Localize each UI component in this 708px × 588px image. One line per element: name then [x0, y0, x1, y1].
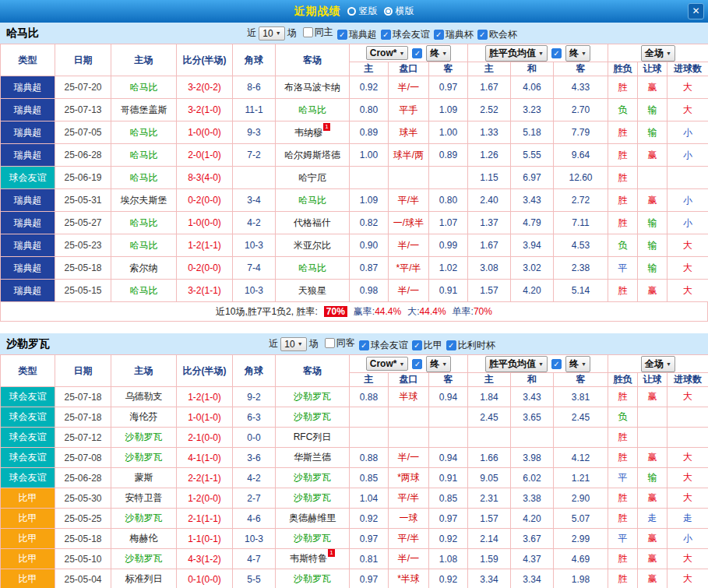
- league-cell: 瑞典超: [1, 121, 55, 144]
- team-cell[interactable]: 沙勒罗瓦: [111, 549, 177, 569]
- mean-odds-cell: 1.37: [468, 212, 511, 234]
- team-cell[interactable]: 哈尔姆斯塔德: [276, 144, 350, 167]
- filter-checkbox-club-friendly[interactable]: ✓球会友谊: [381, 28, 430, 41]
- team-cell[interactable]: 安特卫普: [111, 488, 177, 509]
- result-cell: 大: [667, 488, 708, 509]
- team-cell[interactable]: 哈马比: [111, 212, 177, 234]
- close-button[interactable]: ✕: [688, 3, 704, 19]
- team-cell[interactable]: 哈马比: [111, 76, 177, 99]
- team-cell[interactable]: 蒙斯: [111, 468, 177, 488]
- team-cell[interactable]: 哈马比: [276, 257, 350, 280]
- result-cell: 大: [667, 257, 708, 280]
- team-cell[interactable]: 哈马比: [111, 234, 177, 257]
- unit-label: 场: [309, 337, 319, 350]
- team-cell[interactable]: 沙勒罗瓦: [276, 529, 350, 549]
- team-cell[interactable]: 埃尔夫斯堡: [111, 189, 177, 212]
- team-cell[interactable]: 韦斯特鲁1: [276, 549, 350, 569]
- team-cell[interactable]: 沙勒罗瓦: [276, 468, 350, 488]
- team-cell[interactable]: 沙勒罗瓦: [276, 387, 350, 407]
- team-cell[interactable]: 标准列日: [111, 569, 177, 588]
- win-rate-badge: 70%: [324, 306, 347, 317]
- final-odds-select[interactable]: 终▼: [426, 45, 451, 62]
- corner-cell: 4-2: [233, 468, 276, 488]
- team-cell[interactable]: 布洛马波卡纳: [276, 76, 350, 99]
- mean-odds-select[interactable]: 胜平负均值▼: [485, 45, 548, 62]
- match-count-select[interactable]: 10▼: [259, 26, 284, 40]
- team-cell[interactable]: 沙勒罗瓦: [276, 407, 350, 428]
- result-cell: 小: [667, 144, 708, 167]
- match-row: 瑞典超25-05-27哈马比1-0(0-0)4-2代格福什0.82一/球半1.0…: [1, 212, 708, 234]
- fulltime-select[interactable]: 全场▼: [641, 45, 675, 62]
- team-cell[interactable]: 哥德堡盖斯: [111, 99, 177, 121]
- team-cell[interactable]: 梅赫伦: [111, 529, 177, 549]
- team-cell[interactable]: 天狼星: [276, 280, 350, 302]
- team-cell[interactable]: 哈马比: [276, 99, 350, 121]
- fulltime-select[interactable]: 全场▼: [641, 356, 675, 372]
- result-cell: 赢: [638, 569, 667, 588]
- team-cell[interactable]: 沙勒罗瓦: [276, 569, 350, 588]
- layout-radio-vertical[interactable]: 竖版: [347, 5, 378, 18]
- mean-final-select[interactable]: 终▼: [565, 356, 590, 372]
- odds-cell: 0.90: [350, 234, 389, 257]
- panel-header: 沙勒罗瓦 近 10▼ 场 同客✓球会友谊✓比甲✓比利时杯: [0, 333, 708, 354]
- result-cell: 大: [667, 76, 708, 99]
- result-cell: 输: [638, 121, 667, 144]
- team-cell[interactable]: 代格福什: [276, 212, 350, 234]
- mean-final-checkbox[interactable]: ✓: [551, 48, 562, 58]
- filter-checkbox-club-friendly[interactable]: ✓球会友谊: [359, 339, 408, 352]
- panel-charleroi: 沙勒罗瓦 近 10▼ 场 同客✓球会友谊✓比甲✓比利时杯 类型 日期 主场 比分…: [0, 333, 708, 588]
- final-odds-select[interactable]: 终▼: [426, 356, 451, 372]
- filter-checkbox-same-home[interactable]: 同主: [303, 26, 333, 39]
- team-cell[interactable]: 米亚尔比: [276, 234, 350, 257]
- team-cell[interactable]: 哈马比: [111, 144, 177, 167]
- team-cell[interactable]: 沙勒罗瓦: [276, 488, 350, 509]
- col-corner: 角球: [233, 355, 276, 387]
- team-cell[interactable]: 奥德赫维里: [276, 509, 350, 529]
- team-cell[interactable]: 华斯兰德: [276, 448, 350, 468]
- bookmaker-select[interactable]: Crow*▼: [366, 357, 409, 371]
- match-count-select[interactable]: 10▼: [280, 337, 306, 351]
- match-row: 瑞典超25-05-18索尔纳0-2(0-0)7-4哈马比0.87*平/半1.02…: [1, 257, 708, 280]
- filter-checkbox-swedish-allsvenskan[interactable]: ✓瑞典超: [337, 28, 377, 41]
- filter-checkbox-conference-league[interactable]: ✓欧会杯: [477, 28, 517, 41]
- filter-checkbox-belgian-pro-league[interactable]: ✓比甲: [412, 339, 442, 352]
- layout-radio-horizontal[interactable]: 横版: [384, 5, 414, 18]
- mean-final-select[interactable]: 终▼: [565, 45, 590, 62]
- team-cell[interactable]: 乌德勒支: [111, 387, 177, 407]
- team-cell[interactable]: 沙勒罗瓦: [111, 448, 177, 468]
- filter-checkbox-belgian-cup[interactable]: ✓比利时杯: [446, 339, 495, 352]
- odds-final-checkbox[interactable]: ✓: [412, 359, 422, 369]
- team-cell[interactable]: RFC列日: [276, 428, 350, 448]
- team-cell[interactable]: 海伦芬: [111, 407, 177, 428]
- team-cell[interactable]: 索尔纳: [111, 257, 177, 280]
- league-cell: 瑞典超: [1, 99, 55, 121]
- odds-cell: 0.92: [429, 569, 468, 588]
- result-cell: 胜: [608, 280, 638, 302]
- mean-odds-cell: 2.31: [468, 488, 511, 509]
- checkbox-icon: [303, 27, 313, 37]
- team-cell[interactable]: 哈宁厄: [276, 167, 350, 189]
- corner-cell: 7-2: [233, 144, 276, 167]
- handicap-cell: 球半/两: [389, 144, 429, 167]
- bookmaker-select[interactable]: Crow*▼: [366, 46, 409, 60]
- checkbox-label: 比利时杯: [458, 339, 495, 352]
- filter-checkbox-same-away[interactable]: 同客: [325, 336, 355, 350]
- odds-cell: 0.94: [429, 387, 468, 407]
- col-type: 类型: [1, 44, 55, 76]
- team-cell[interactable]: 哈马比: [111, 167, 177, 189]
- team-name: 哈马比: [6, 26, 56, 40]
- mean-final-checkbox[interactable]: ✓: [551, 359, 562, 369]
- team-cell[interactable]: 韦纳穆1: [276, 121, 350, 144]
- mean-odds-cell: 1.57: [468, 509, 511, 529]
- team-cell[interactable]: 哈马比: [276, 189, 350, 212]
- filter-checkbox-swedish-cup[interactable]: ✓瑞典杯: [434, 28, 474, 41]
- team-cell[interactable]: 哈马比: [111, 121, 177, 144]
- handicap-cell: 平/半: [389, 189, 429, 212]
- result-cell: 平: [608, 468, 638, 488]
- odds-final-checkbox[interactable]: ✓: [412, 48, 422, 58]
- mean-odds-select[interactable]: 胜平负均值▼: [485, 356, 548, 372]
- team-cell[interactable]: 沙勒罗瓦: [111, 428, 177, 448]
- result-cell: 输: [638, 468, 667, 488]
- team-cell[interactable]: 沙勒罗瓦: [111, 509, 177, 529]
- team-cell[interactable]: 哈马比: [111, 280, 177, 302]
